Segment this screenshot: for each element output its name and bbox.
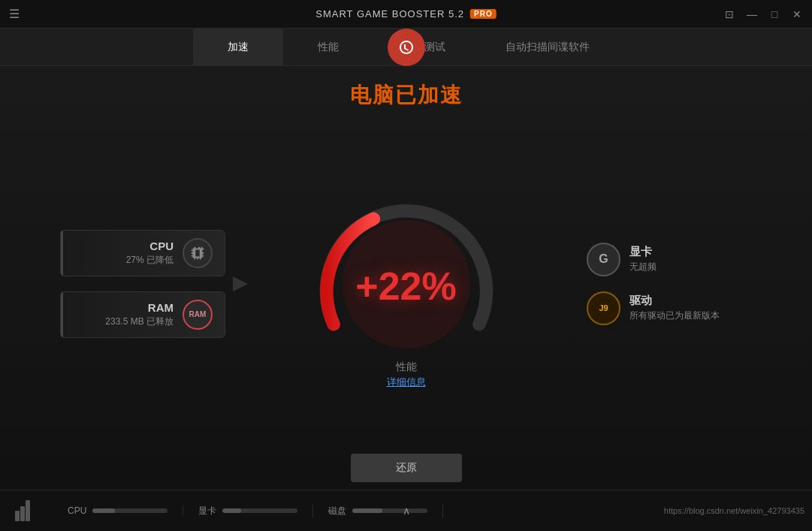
cpu-label: CPU — [73, 240, 174, 252]
bottom-disk-label: 磁盘 — [328, 505, 346, 517]
logo-bar-3 — [26, 500, 30, 521]
driver-value: 所有驱动已为最新版本 — [629, 309, 752, 322]
restore-button-win[interactable]: □ — [768, 8, 780, 20]
tab-accelerate[interactable]: 加速 — [193, 29, 283, 66]
gauge-label-detail[interactable]: 详细信息 — [387, 376, 426, 389]
bottom-gpu-stat: 显卡 — [183, 505, 313, 517]
bottom-url: https://blog.csdn.net/weixin_42793435 — [664, 506, 804, 515]
gauge-label-main: 性能 — [387, 361, 426, 374]
bottom-disk-fill — [352, 508, 382, 513]
gpu-icon: G — [587, 243, 620, 276]
ram-value: 233.5 MB 已释放 — [73, 315, 174, 328]
cpu-icon — [183, 238, 213, 268]
close-button[interactable]: ✕ — [791, 8, 803, 20]
logo-bar-2 — [20, 506, 25, 521]
bottom-cpu-progress — [92, 508, 168, 513]
minimize-button[interactable]: — — [746, 8, 758, 20]
bottom-gpu-progress — [222, 508, 297, 513]
tab-scan[interactable]: 自动扫描间谍软件 — [475, 29, 620, 66]
ram-stat-card: RAM 233.5 MB 已释放 RAM — [60, 291, 225, 338]
bottom-gpu-fill — [222, 508, 241, 513]
main-content: 电脑已加速 CPU 27% 已降低 RAM 233.5 MB 已释放 — [0, 66, 812, 490]
right-stats: G 显卡 无超频 J9 驱动 所有驱动已为最新版本 — [587, 243, 752, 325]
bottom-up-arrow[interactable]: ∧ — [403, 505, 410, 517]
left-stats: CPU 27% 已降低 RAM 233.5 MB 已释放 RAM — [60, 230, 225, 338]
driver-label: 驱动 — [629, 294, 752, 308]
tab-performance[interactable]: 性能 — [283, 29, 373, 66]
screenshot-button[interactable]: ⊡ — [723, 8, 735, 20]
gauge-area: CPU 27% 已降低 RAM 233.5 MB 已释放 RAM — [0, 125, 812, 442]
app-title-area: Smart Game Booster 5.2 PRO — [315, 8, 496, 20]
gpu-label: 显卡 — [629, 245, 752, 259]
app-title: Smart Game Booster 5.2 — [315, 8, 464, 20]
hamburger-icon[interactable]: ☰ — [9, 7, 20, 21]
bottom-cpu-label: CPU — [68, 505, 86, 516]
gauge-label: 性能 详细信息 — [387, 361, 426, 389]
gauge-container: +22% 性能 详细信息 — [301, 179, 512, 389]
bottom-logo — [15, 500, 30, 521]
driver-icon: J9 — [587, 291, 620, 325]
logo-bar-1 — [15, 511, 20, 521]
tab-bar: 加速 性能 运行测试 自动扫描间谍软件 — [0, 29, 812, 66]
cpu-stat-card: CPU 27% 已降低 — [60, 230, 225, 276]
bottom-disk-stat: 磁盘 — [313, 505, 443, 517]
bottom-cpu-stat: CPU — [53, 505, 183, 516]
bottom-bar: CPU 显卡 磁盘 ∧ https://blog.csdn.net/weixin… — [0, 490, 812, 531]
pro-badge: PRO — [470, 9, 497, 19]
ram-label: RAM — [73, 301, 174, 314]
ram-icon: RAM — [183, 300, 213, 330]
cpu-value: 27% 已降低 — [73, 254, 174, 267]
window-controls: ⊡ — □ ✕ — [723, 8, 803, 20]
accelerated-title: 电脑已加速 — [350, 81, 463, 110]
driver-stat-card: J9 驱动 所有驱动已为最新版本 — [587, 291, 752, 325]
bottom-cpu-fill — [92, 508, 115, 513]
bottom-disk-progress — [352, 508, 427, 513]
gpu-stat-card: G 显卡 无超频 — [587, 243, 752, 276]
gpu-value: 无超频 — [629, 261, 752, 273]
bottom-gpu-label: 显卡 — [198, 505, 216, 517]
gauge-value: +22% — [355, 264, 456, 309]
title-bar: ☰ Smart Game Booster 5.2 PRO ⊡ — □ ✕ — [0, 0, 812, 29]
restore-button[interactable]: 还原 — [351, 454, 462, 482]
center-tab-icon[interactable] — [388, 29, 425, 66]
